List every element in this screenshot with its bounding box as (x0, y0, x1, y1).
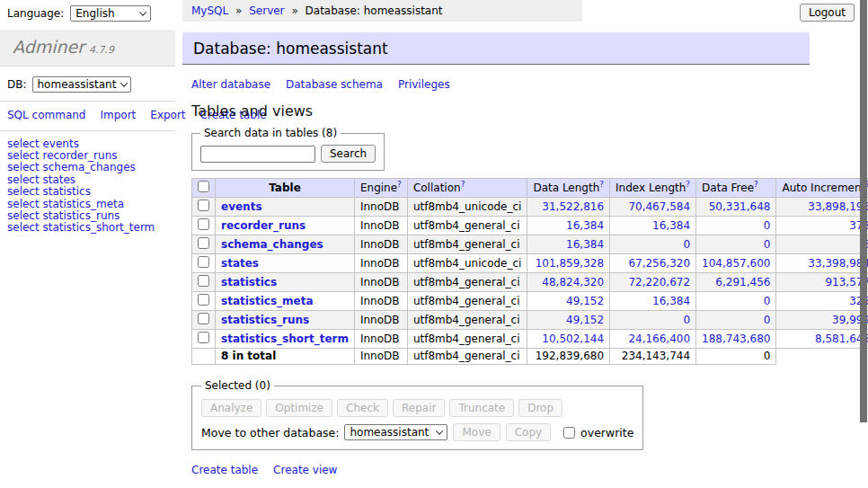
sidebar-select-table-link[interactable]: select statistics_short_term (7, 222, 168, 234)
search-input[interactable] (200, 146, 315, 163)
table-name-link[interactable]: statistics_meta (221, 295, 314, 307)
copy-button[interactable]: Copy (506, 423, 551, 441)
engine-cell: InnoDB (354, 292, 407, 311)
help-link[interactable]: ? (686, 180, 690, 189)
table-action-button[interactable]: Truncate (449, 399, 514, 417)
data-free-link[interactable]: 6,291,456 (715, 276, 770, 288)
table-action-button[interactable]: Optimize (266, 399, 332, 417)
data-free-link[interactable]: 0 (764, 295, 771, 307)
index-length-link[interactable]: 16,384 (652, 219, 690, 232)
help-link[interactable]: ? (397, 180, 402, 189)
data-length-link[interactable]: 16,384 (566, 219, 604, 232)
sidebar-action-link[interactable]: SQL command (7, 109, 85, 121)
sidebar-select-table-link[interactable]: select states (7, 174, 168, 186)
sidebar-select-table-link[interactable]: select statistics_meta (7, 199, 168, 210)
table-action-button[interactable]: Analyze (201, 399, 261, 417)
table-action-button[interactable]: Check (337, 399, 388, 417)
index-length-link[interactable]: 0 (683, 314, 690, 326)
sidebar-action-link[interactable]: Export (150, 109, 185, 121)
data-length-link[interactable]: 101,859,328 (536, 257, 604, 270)
breadcrumb-link-mysql[interactable]: MySQL (191, 4, 228, 17)
row-checkbox[interactable] (198, 218, 209, 230)
sidebar-select-table-link[interactable]: select events (7, 138, 168, 150)
data-length-link[interactable]: 10,502,144 (542, 333, 604, 345)
db-nav-link[interactable]: Alter database (191, 78, 270, 91)
logout-button[interactable]: Logout (800, 4, 855, 22)
app-name: Adminer (13, 37, 84, 57)
scrollbar-thumb[interactable] (860, 0, 867, 422)
column-header-label: Auto Increment (782, 182, 865, 194)
data-length-cell: 101,859,328 (527, 254, 610, 273)
data-free-link[interactable]: 104,857,600 (702, 257, 770, 270)
row-checkbox[interactable] (198, 256, 209, 268)
index-length-link[interactable]: 70,467,584 (628, 200, 690, 213)
data-free-link[interactable]: 50,331,648 (709, 200, 771, 213)
move-button[interactable]: Move (453, 423, 500, 441)
sidebar-select-table-link[interactable]: select statistics (7, 186, 168, 198)
table-name-link[interactable]: schema_changes (221, 238, 323, 251)
row-checkbox[interactable] (198, 332, 209, 343)
row-checkbox-cell (192, 254, 216, 273)
table-action-button[interactable]: Repair (393, 399, 445, 417)
help-link[interactable]: ? (461, 180, 465, 189)
data-length-link[interactable]: 16,384 (566, 238, 604, 251)
language-select[interactable]: English (70, 5, 151, 22)
index-length-link[interactable]: 0 (683, 238, 690, 251)
total-collation: utf8mb4_general_ci (407, 349, 527, 365)
row-checkbox[interactable] (198, 200, 209, 211)
tables-overview-table: Table Engine? Collation? Data Length? In… (191, 178, 868, 365)
row-checkbox[interactable] (198, 294, 209, 306)
table-name-cell: states (216, 254, 355, 273)
sidebar-select-table-link[interactable]: select schema_changes (7, 162, 168, 173)
data-length-link[interactable]: 31,522,816 (542, 200, 604, 213)
table-name-link[interactable]: statistics_runs (221, 314, 309, 326)
auto-increment-cell: 378 (776, 217, 868, 235)
sidebar-action-link[interactable]: Import (100, 109, 136, 121)
main-panel: MySQL » Server » Database: homeassistant… (182, 0, 810, 488)
table-name-link[interactable]: recorder_runs (221, 219, 306, 232)
db-nav-link[interactable]: Database schema (286, 78, 383, 91)
data-length-cell: 49,152 (527, 311, 610, 330)
total-data-free: 0 (696, 349, 776, 365)
create-link[interactable]: Create table (191, 464, 258, 476)
auto-increment-link[interactable]: 33,898,196 (808, 200, 868, 213)
table-action-button[interactable]: Drop (518, 399, 562, 417)
sidebar-table-links: select eventsselect recorder_runsselect … (7, 138, 168, 235)
db-select[interactable]: homeassistant (32, 76, 131, 93)
index-length-link[interactable]: 72,220,672 (628, 276, 690, 288)
db-nav-link[interactable]: Privileges (398, 78, 450, 91)
table-row: statistics_meta InnoDB utf8mb4_general_c… (192, 292, 868, 311)
row-checkbox[interactable] (198, 313, 209, 324)
data-free-link[interactable]: 188,743,680 (702, 333, 770, 345)
index-length-link[interactable]: 16,384 (652, 295, 690, 307)
row-checkbox[interactable] (198, 275, 209, 287)
index-length-link[interactable]: 67,256,320 (628, 257, 690, 270)
table-name-cell: statistics_meta (216, 292, 355, 311)
help-link[interactable]: ? (754, 180, 758, 189)
move-db-select[interactable]: homeassistant (344, 424, 447, 440)
help-link[interactable]: ? (599, 180, 604, 189)
index-length-link[interactable]: 24,166,400 (628, 333, 690, 345)
search-button[interactable]: Search (321, 145, 376, 163)
sidebar-divider (0, 101, 175, 102)
row-checkbox[interactable] (198, 237, 209, 249)
data-length-link[interactable]: 49,152 (566, 314, 604, 326)
page-title: Database: homeassistant (182, 32, 810, 65)
data-length-link[interactable]: 48,824,320 (542, 276, 604, 288)
data-free-link[interactable]: 0 (764, 314, 771, 326)
table-name-link[interactable]: events (221, 200, 262, 213)
sidebar-select-table-link[interactable]: select statistics_runs (7, 210, 168, 222)
table-name-link[interactable]: statistics_short_term (221, 333, 349, 345)
data-length-link[interactable]: 49,152 (566, 295, 604, 307)
select-all-checkbox[interactable] (198, 181, 209, 192)
select-all-cell (192, 179, 216, 198)
auto-increment-link[interactable]: 33,398,984 (808, 257, 868, 270)
overwrite-checkbox[interactable] (563, 427, 575, 439)
table-name-link[interactable]: statistics (221, 276, 277, 288)
table-name-link[interactable]: states (221, 257, 259, 270)
sidebar-select-table-link[interactable]: select recorder_runs (7, 150, 168, 162)
breadcrumb-link-server[interactable]: Server (249, 4, 284, 17)
create-link[interactable]: Create view (273, 464, 337, 476)
data-free-link[interactable]: 0 (764, 238, 771, 251)
data-free-link[interactable]: 0 (764, 219, 771, 232)
